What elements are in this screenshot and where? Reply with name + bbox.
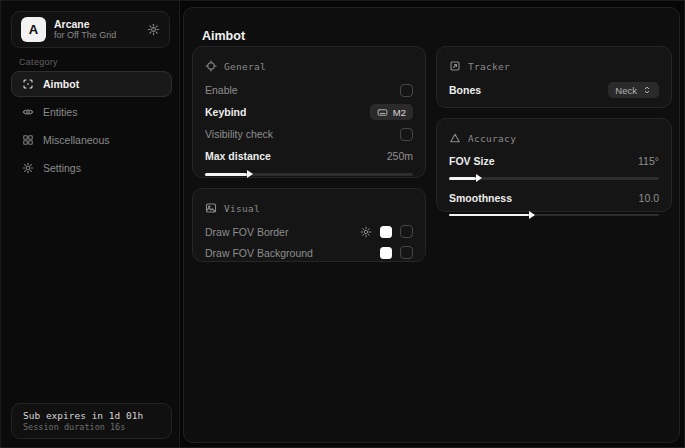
visual-card-header: Visual bbox=[205, 200, 413, 216]
tracker-card: Tracker Bones Neck bbox=[436, 46, 672, 108]
crosshair-icon bbox=[205, 60, 217, 72]
visual-card: Visual Draw FOV Border bbox=[192, 188, 426, 262]
app-window: A Arcane for Off The Grid Category bbox=[0, 0, 685, 448]
bones-value: Neck bbox=[615, 85, 637, 96]
tracker-target-icon bbox=[449, 60, 461, 72]
draw-fov-border-label: Draw FOV Border bbox=[205, 226, 288, 238]
bones-select[interactable]: Neck bbox=[608, 82, 659, 98]
draw-fov-background-checkbox[interactable] bbox=[400, 246, 413, 259]
enable-row: Enable bbox=[205, 79, 413, 101]
main-panel: Aimbot General Enable Keybind bbox=[183, 7, 680, 443]
page-title: Aimbot bbox=[202, 29, 245, 43]
image-icon bbox=[205, 202, 217, 214]
fov-size-slider[interactable] bbox=[449, 177, 659, 180]
accuracy-card-title: Accuracy bbox=[468, 133, 516, 144]
keybind-value: M2 bbox=[393, 107, 406, 118]
sidebar-item-label: Aimbot bbox=[43, 78, 79, 90]
bones-label: Bones bbox=[449, 84, 481, 96]
visibility-check-checkbox[interactable] bbox=[400, 128, 413, 141]
accuracy-card: Accuracy FOV Size 115° Smoothness 10.0 bbox=[436, 118, 672, 212]
keybind-label: Keybind bbox=[205, 106, 246, 118]
mouse-button-icon bbox=[377, 107, 388, 118]
gear-icon bbox=[22, 162, 34, 174]
slider-fill[interactable] bbox=[449, 214, 529, 217]
scan-crosshair-icon bbox=[22, 78, 34, 90]
max-distance-value: 250m bbox=[387, 150, 413, 162]
general-card-title: General bbox=[224, 61, 266, 72]
session-duration-text: Session duration 16s bbox=[23, 422, 160, 432]
sub-expires-text: Sub expires in 1d 01h bbox=[23, 410, 160, 421]
grid-boxes-icon bbox=[22, 134, 34, 146]
draw-fov-background-label: Draw FOV Background bbox=[205, 247, 313, 259]
brand-text: Arcane for Off The Grid bbox=[54, 18, 116, 41]
enable-checkbox[interactable] bbox=[400, 84, 413, 97]
visibility-check-row: Visibility check bbox=[205, 123, 413, 145]
fov-background-color-swatch[interactable] bbox=[380, 247, 392, 259]
keybind-badge[interactable]: M2 bbox=[370, 104, 413, 120]
fov-size-label: FOV Size bbox=[449, 155, 495, 167]
enable-label: Enable bbox=[205, 84, 238, 96]
general-card-header: General bbox=[205, 58, 413, 74]
tracker-card-header: Tracker bbox=[449, 58, 659, 74]
max-distance-row: Max distance 250m bbox=[205, 145, 413, 167]
smoothness-value: 10.0 bbox=[639, 192, 659, 204]
chevron-up-down-icon bbox=[642, 85, 652, 95]
smoothness-label: Smoothness bbox=[449, 192, 512, 204]
brand-card: A Arcane for Off The Grid bbox=[11, 11, 170, 48]
max-distance-slider[interactable] bbox=[205, 173, 413, 176]
visual-card-title: Visual bbox=[224, 203, 260, 214]
category-label: Category bbox=[19, 57, 58, 67]
sidebar-item-miscellaneous[interactable]: Miscellaneous bbox=[11, 127, 172, 153]
fov-border-color-swatch[interactable] bbox=[380, 226, 392, 238]
slider-fill[interactable] bbox=[205, 173, 247, 176]
gear-icon[interactable] bbox=[360, 226, 372, 238]
app-subtitle: for Off The Grid bbox=[54, 30, 116, 41]
draw-fov-border-checkbox[interactable] bbox=[400, 225, 413, 238]
subscription-footer: Sub expires in 1d 01h Session duration 1… bbox=[11, 403, 172, 439]
tracker-card-title: Tracker bbox=[468, 61, 510, 72]
sidebar-item-label: Entities bbox=[43, 106, 77, 118]
general-card: General Enable Keybind M2 bbox=[192, 46, 426, 178]
draw-fov-background-row: Draw FOV Background bbox=[205, 242, 413, 263]
eye-icon bbox=[22, 106, 34, 118]
triangle-ruler-icon bbox=[449, 132, 461, 144]
sidebar-item-label: Settings bbox=[43, 162, 81, 174]
sidebar-item-settings[interactable]: Settings bbox=[11, 155, 172, 181]
sidebar-item-aimbot[interactable]: Aimbot bbox=[11, 71, 172, 97]
max-distance-label: Max distance bbox=[205, 150, 271, 162]
sidebar-item-label: Miscellaneous bbox=[43, 134, 110, 146]
visibility-check-label: Visibility check bbox=[205, 128, 273, 140]
smoothness-row: Smoothness 10.0 bbox=[449, 188, 659, 208]
accuracy-card-header: Accuracy bbox=[449, 130, 659, 146]
sidebar-nav: Aimbot Entities Miscella bbox=[11, 71, 172, 181]
gear-icon[interactable] bbox=[147, 23, 160, 36]
bones-row: Bones Neck bbox=[449, 79, 659, 101]
fov-size-value: 115° bbox=[638, 155, 659, 167]
app-name: Arcane bbox=[54, 18, 116, 30]
fov-size-row: FOV Size 115° bbox=[449, 151, 659, 171]
slider-fill[interactable] bbox=[449, 177, 476, 180]
app-logo: A bbox=[21, 17, 46, 42]
sidebar: A Arcane for Off The Grid Category bbox=[1, 1, 180, 447]
smoothness-slider[interactable] bbox=[449, 214, 659, 217]
keybind-row: Keybind M2 bbox=[205, 101, 413, 123]
draw-fov-border-row: Draw FOV Border bbox=[205, 221, 413, 242]
sidebar-item-entities[interactable]: Entities bbox=[11, 99, 172, 125]
